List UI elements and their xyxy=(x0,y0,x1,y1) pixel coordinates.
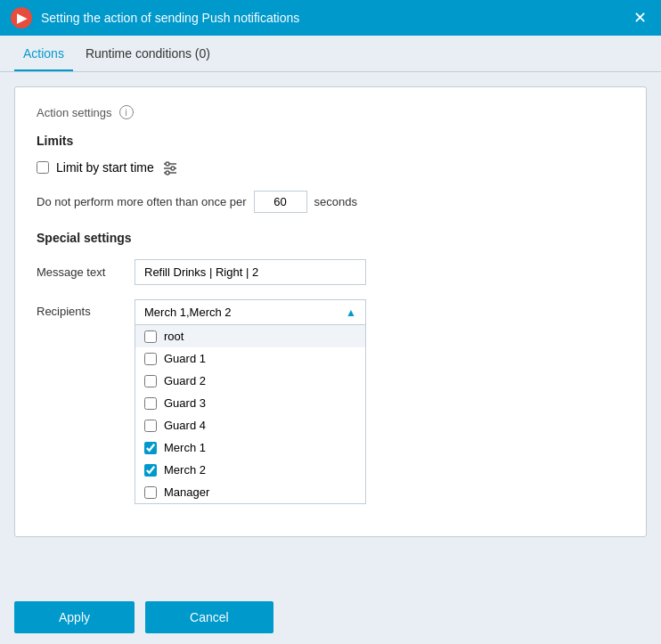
tab-actions[interactable]: Actions xyxy=(14,36,73,71)
recipients-label: Recipients xyxy=(37,299,135,318)
recipients-row: Recipients Merch 1,Merch 2 ▲ root xyxy=(37,299,624,504)
svg-point-3 xyxy=(166,162,169,166)
close-button[interactable]: ✕ xyxy=(630,6,650,29)
info-icon[interactable]: i xyxy=(119,105,134,119)
dialog-title: Setting the action of sending Push notif… xyxy=(41,11,299,25)
tabs-bar: Actions Runtime conditions (0) xyxy=(0,36,661,72)
recipients-container: Merch 1,Merch 2 ▲ root Guard 1 xyxy=(135,299,366,504)
limit-by-start-time-checkbox[interactable] xyxy=(37,161,49,174)
cancel-button[interactable]: Cancel xyxy=(145,601,273,633)
seconds-input[interactable] xyxy=(254,191,307,213)
list-item[interactable]: Guard 2 xyxy=(135,370,365,392)
root-checkbox[interactable] xyxy=(144,330,157,343)
content-panel: Action settings i Limits Limit by start … xyxy=(14,86,647,537)
manager-checkbox[interactable] xyxy=(144,486,157,499)
svg-point-5 xyxy=(166,171,169,175)
tab-runtime[interactable]: Runtime conditions (0) xyxy=(77,36,219,71)
guard1-checkbox[interactable] xyxy=(144,353,157,365)
seconds-unit: seconds xyxy=(314,195,357,208)
merch1-label: Merch 1 xyxy=(164,441,206,454)
manager-label: Manager xyxy=(164,485,209,499)
root-label: root xyxy=(164,330,184,343)
guard4-label: Guard 4 xyxy=(164,419,206,432)
list-item[interactable]: Guard 3 xyxy=(135,392,365,414)
limit-by-start-time-row: Limit by start time xyxy=(37,159,624,176)
dialog-header: ▶ Setting the action of sending Push not… xyxy=(0,0,661,36)
recipients-select-header[interactable]: Merch 1,Merch 2 ▲ xyxy=(135,299,366,325)
message-text-label: Message text xyxy=(37,265,135,279)
chevron-up-icon: ▲ xyxy=(346,306,356,319)
svg-point-4 xyxy=(171,167,175,170)
limits-title: Limits xyxy=(37,134,624,148)
merch1-checkbox[interactable] xyxy=(144,442,157,454)
apply-button[interactable]: Apply xyxy=(14,601,135,633)
dialog-footer: Apply Cancel xyxy=(0,591,661,644)
special-settings-title: Special settings xyxy=(37,231,624,245)
list-item[interactable]: Merch 1 xyxy=(135,436,365,459)
list-item[interactable]: Manager xyxy=(135,481,365,503)
list-item[interactable]: root xyxy=(135,325,365,347)
list-item[interactable]: Merch 2 xyxy=(135,459,365,481)
guard2-checkbox[interactable] xyxy=(144,375,157,387)
list-item[interactable]: Guard 1 xyxy=(135,347,365,370)
dialog-body: Action settings i Limits Limit by start … xyxy=(0,72,661,591)
guard4-checkbox[interactable] xyxy=(144,420,157,432)
guard1-label: Guard 1 xyxy=(164,352,206,365)
action-settings-label: Action settings xyxy=(37,106,112,119)
list-item[interactable]: Guard 4 xyxy=(135,414,365,436)
app-icon: ▶ xyxy=(11,7,32,29)
filter-icon xyxy=(161,159,179,176)
guard3-checkbox[interactable] xyxy=(144,397,157,410)
action-settings-section: Action settings i xyxy=(37,105,624,119)
guard2-label: Guard 2 xyxy=(164,374,206,387)
once-per-label: Do not perform more often than once per xyxy=(37,195,247,208)
message-text-input[interactable] xyxy=(135,259,366,285)
merch2-label: Merch 2 xyxy=(164,463,206,477)
once-per-row: Do not perform more often than once per … xyxy=(37,191,624,213)
merch2-checkbox[interactable] xyxy=(144,464,157,477)
message-text-row: Message text xyxy=(37,259,624,285)
guard3-label: Guard 3 xyxy=(164,396,206,410)
recipients-value: Merch 1,Merch 2 xyxy=(144,306,232,319)
limit-by-start-time-label: Limit by start time xyxy=(56,160,154,175)
dialog: ▶ Setting the action of sending Push not… xyxy=(0,0,661,644)
recipients-dropdown: root Guard 1 Guard 2 Guard 3 xyxy=(135,325,366,504)
header-left: ▶ Setting the action of sending Push not… xyxy=(11,7,299,29)
